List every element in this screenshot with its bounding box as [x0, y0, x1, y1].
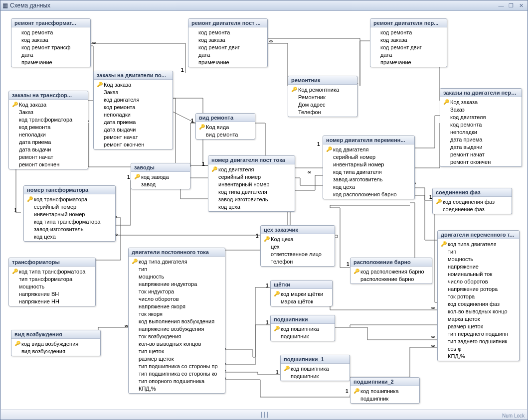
- table-title[interactable]: заказы на двигатели по...: [94, 71, 173, 80]
- table-field[interactable]: код выполнения возбуждения: [130, 317, 224, 325]
- table-field[interactable]: код ремонта: [189, 28, 266, 36]
- table-field[interactable]: ремонт начат: [95, 133, 172, 140]
- table-vid-vozb[interactable]: вид возбуждения🔑код вида возбуждениявид …: [11, 330, 101, 356]
- table-title[interactable]: заказы на двигатели пере...: [440, 89, 522, 97]
- table-field[interactable]: дата приема: [441, 136, 521, 143]
- table-field[interactable]: цех: [262, 243, 334, 250]
- table-field[interactable]: Ремонтник: [289, 93, 356, 101]
- table-title[interactable]: вид возбуждения: [11, 330, 100, 339]
- table-field[interactable]: код трансформатора: [10, 116, 87, 123]
- table-dvig-per[interactable]: двигатели переменного т...🔑код типа двиг…: [437, 230, 520, 361]
- table-field[interactable]: напряжение ротора: [439, 285, 518, 292]
- table-field[interactable]: мощность: [439, 255, 518, 263]
- table-field[interactable]: размер щеток: [439, 322, 518, 330]
- table-field[interactable]: тип трансформатора: [10, 275, 94, 282]
- table-field[interactable]: 🔑код завода: [132, 173, 189, 180]
- table-tseh[interactable]: цех заказчик🔑Код цехацехответственное ли…: [260, 225, 335, 267]
- table-nomer-dvig-post[interactable]: номер двигателя пост тока🔑код двигателяс…: [208, 155, 295, 212]
- table-field[interactable]: код цеха: [25, 233, 114, 240]
- table-field[interactable]: напряжение индуктора: [130, 280, 224, 287]
- table-zakazy-dvig-post[interactable]: заказы на двигатели по...🔑Код заказаЗака…: [93, 71, 173, 149]
- table-field[interactable]: Дом адрес: [289, 101, 356, 108]
- table-field[interactable]: 🔑код трансформатора: [25, 195, 114, 203]
- table-remont-dvig-per[interactable]: ремонт двигателя пер...код ремонтакод за…: [370, 18, 447, 67]
- table-title[interactable]: заводы: [131, 163, 190, 172]
- table-field[interactable]: напряжение ВН: [10, 290, 94, 297]
- table-field[interactable]: 🔑Код заказа: [95, 81, 172, 88]
- table-field[interactable]: код заказа: [189, 36, 266, 43]
- table-field[interactable]: КПД,%: [439, 352, 518, 360]
- table-transformatory[interactable]: трансформаторы🔑код типа трансформаторати…: [8, 258, 96, 306]
- table-field[interactable]: неполадки: [95, 111, 172, 118]
- table-remont-transf[interactable]: ремонт трансформат...код ремонтакод зака…: [11, 18, 91, 67]
- table-field[interactable]: код цеха: [209, 203, 294, 210]
- table-field[interactable]: кол-во выводных концов: [130, 340, 224, 347]
- table-field[interactable]: завод: [132, 180, 189, 188]
- table-title[interactable]: двигатели постоянного тока: [129, 248, 225, 257]
- table-field[interactable]: дата выдачи: [441, 143, 521, 150]
- minimize-button[interactable]: —: [497, 2, 506, 9]
- table-title[interactable]: номер тансформатора: [24, 186, 115, 194]
- table-remont-dvig-post[interactable]: ремонт двигателя пост ...код ремонтакод …: [188, 18, 268, 67]
- table-field[interactable]: напряжение НН: [10, 297, 94, 305]
- table-title[interactable]: ремонт трансформат...: [11, 19, 90, 27]
- table-vid-remonta[interactable]: вид ремонта🔑Код видавид ремонта: [195, 113, 255, 140]
- table-field[interactable]: тип подшипника со стороны пр: [130, 362, 224, 370]
- table-field[interactable]: тип опорного подшипника: [130, 377, 224, 385]
- table-field[interactable]: мощность: [130, 273, 224, 280]
- table-field[interactable]: инвентарный номер: [324, 160, 413, 168]
- table-field[interactable]: дата приема: [95, 118, 172, 126]
- table-field[interactable]: размер щеток: [130, 355, 224, 362]
- table-field[interactable]: ремонт начат: [441, 150, 521, 158]
- table-field[interactable]: Заказ: [95, 88, 172, 96]
- table-field[interactable]: дата выдачи: [95, 126, 172, 133]
- table-field[interactable]: КПД,%: [130, 385, 224, 392]
- table-field[interactable]: вид возбуждения: [12, 347, 99, 355]
- table-field[interactable]: вид ремонта: [197, 131, 254, 138]
- table-field[interactable]: напряжение якоря: [130, 302, 224, 310]
- table-raspol-barno[interactable]: расположение барно🔑код расположения барн…: [350, 258, 432, 284]
- table-field[interactable]: подшипник: [272, 332, 334, 340]
- table-title[interactable]: щётки: [271, 280, 332, 289]
- table-zavody[interactable]: заводы🔑код заводазавод: [131, 163, 190, 189]
- table-field[interactable]: примечание: [371, 58, 446, 66]
- table-field[interactable]: код заказа: [12, 36, 89, 43]
- table-title[interactable]: подшипники: [271, 315, 335, 324]
- table-title[interactable]: вид ремонта: [196, 114, 255, 122]
- titlebar[interactable]: ▦ Схема данных — ❐ ✕: [0, 0, 528, 11]
- table-field[interactable]: 🔑код марки щётки: [272, 290, 331, 297]
- table-title[interactable]: номер двигателя пост тока: [208, 156, 295, 164]
- table-field[interactable]: напряжение: [439, 263, 518, 270]
- table-field[interactable]: марка щеток: [439, 315, 518, 322]
- table-field[interactable]: серийный номер: [25, 203, 114, 210]
- table-field[interactable]: дата: [189, 51, 266, 58]
- table-field[interactable]: код двигателя: [95, 96, 172, 103]
- table-field[interactable]: код соединения фаз: [439, 300, 518, 307]
- table-field[interactable]: код цеха: [324, 183, 413, 190]
- table-field[interactable]: примечание: [189, 58, 266, 66]
- table-title[interactable]: заказы на трансфор...: [9, 91, 88, 100]
- table-field[interactable]: завод-изготовитель: [209, 195, 294, 203]
- table-field[interactable]: инвентарный номер: [25, 210, 114, 218]
- table-field[interactable]: дата: [371, 51, 446, 58]
- table-field[interactable]: ремонт окончен: [10, 160, 87, 168]
- table-field[interactable]: ток индуктора: [130, 287, 224, 295]
- table-field[interactable]: код ремонта: [371, 28, 446, 36]
- table-field[interactable]: 🔑код типа двигателя: [130, 258, 224, 265]
- table-field[interactable]: завод-изготовитель: [25, 225, 114, 233]
- maximize-button[interactable]: ❐: [507, 2, 516, 9]
- table-field[interactable]: кол-во выводных концо: [439, 307, 518, 315]
- table-field[interactable]: код типа двигателя: [324, 168, 413, 175]
- table-podship[interactable]: подшипники🔑код пошипникаподшипник: [270, 315, 335, 341]
- table-field[interactable]: код типа трансформатора: [25, 218, 114, 225]
- table-field[interactable]: код расположения барно: [324, 190, 413, 198]
- table-field[interactable]: Телефон: [289, 108, 356, 116]
- table-field[interactable]: ремонт окончен: [95, 140, 172, 148]
- table-field[interactable]: 🔑код вида возбуждения: [12, 340, 99, 347]
- table-field[interactable]: 🔑Код заказа: [441, 98, 521, 106]
- table-field[interactable]: 🔑код пошипника: [282, 365, 349, 372]
- table-field[interactable]: Заказ: [10, 108, 87, 116]
- table-field[interactable]: неполадки: [441, 128, 521, 136]
- table-field[interactable]: ток возбуждения: [130, 332, 224, 340]
- table-field[interactable]: код двигателя: [441, 113, 521, 121]
